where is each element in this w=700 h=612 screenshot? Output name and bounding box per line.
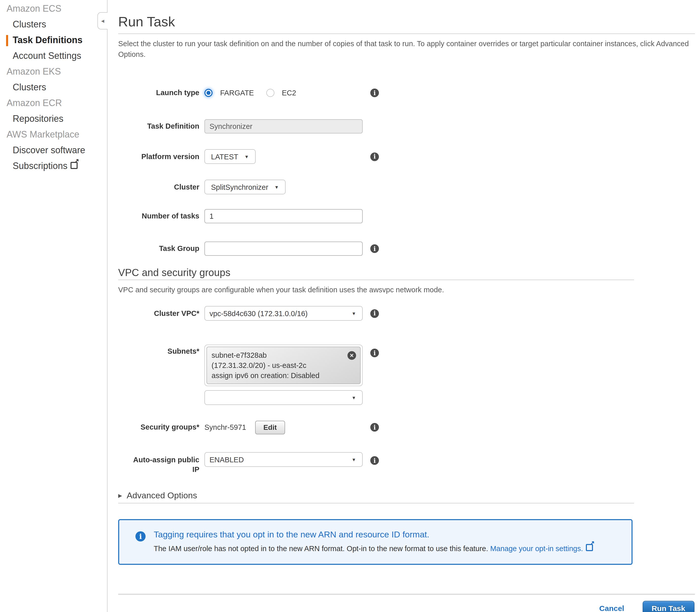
security-groups-label: Security groups* [118,422,199,432]
external-link-icon [586,544,593,551]
sidebar-item-label: Clusters [13,19,46,29]
cluster-vpc-value: vpc-58d4c630 (172.31.0.0/16) [210,309,308,317]
advanced-options-label: Advanced Options [127,490,197,501]
fargate-radio[interactable] [204,89,213,97]
sidebar-item-subscriptions[interactable]: Subscriptions [0,158,107,174]
advanced-options-toggle[interactable]: ▶ Advanced Options [118,490,695,501]
vpc-section-title: VPC and security groups [118,267,695,279]
alert-body: The IAM user/role has not opted in to th… [154,543,622,554]
sidebar-item-task-definitions[interactable]: Task Definitions [0,32,107,48]
subnet-chip: subnet-e7f328ab (172.31.32.0/20) - us-ea… [206,347,361,384]
sidebar-item-label: Account Settings [13,51,81,61]
auto-assign-ip-value: ENABLED [210,456,244,463]
collapse-arrow-icon: ◀ [101,18,104,23]
task-definition-label: Task Definition [118,122,199,131]
subnets-label: Subnets* [118,347,199,356]
platform-version-row: Platform version LATEST ▼ i [118,149,695,164]
platform-version-value: LATEST [211,153,238,161]
page-title: Run Task [118,14,695,30]
expand-arrow-icon: ▶ [118,490,122,501]
sidebar-item-label: Repositories [13,114,63,124]
edit-security-groups-button[interactable]: Edit [255,420,285,434]
run-task-form: Launch type FARGATE EC2 i Task Definitio… [118,86,695,612]
launch-type-radio-group: FARGATE EC2 [204,89,309,97]
number-of-tasks-label: Number of tasks [118,211,199,221]
alert-info-icon: i [135,531,146,541]
caret-down-icon: ▼ [274,184,279,190]
page: Amazon ECS Clusters Task Definitions Acc… [0,0,700,612]
alert-title: Tagging requires that you opt in to the … [154,529,622,540]
task-definition-row: Task Definition [118,119,695,134]
security-groups-row: Security groups* Synchr-5971 Edit i [118,420,695,434]
security-groups-info-icon[interactable]: i [370,423,379,432]
run-task-button[interactable]: Run Task [642,601,695,612]
sidebar-item-label: Clusters [13,82,46,92]
sidebar-section-aws-marketplace: AWS Marketplace [0,127,107,143]
platform-version-select[interactable]: LATEST ▼ [204,149,255,164]
vpc-section-subtitle: VPC and security groups are configurable… [118,285,695,295]
sidebar-item-account-settings[interactable]: Account Settings [0,48,107,64]
launch-type-info-icon[interactable]: i [370,88,379,97]
ec2-radio[interactable] [266,89,274,97]
subnets-selected-list: subnet-e7f328ab (172.31.32.0/20) - us-ea… [204,345,363,386]
subnets-info-icon[interactable]: i [370,349,379,357]
subnet-chip-line: subnet-e7f328ab [212,350,344,360]
title-divider [118,33,695,34]
cluster-label: Cluster [118,182,199,192]
sidebar-section-amazon-ecs: Amazon ECS [0,1,107,17]
manage-opt-in-link-label: Manage your opt-in settings. [490,544,583,553]
footer-actions: Cancel Run Task [118,601,695,612]
sidebar-collapse-button[interactable]: ◀ [97,12,108,29]
sidebar-item-eks-clusters[interactable]: Clusters [0,80,107,95]
subnet-chip-line: assign ipv6 on creation: Disabled [212,371,344,380]
subnets-row: Subnets* subnet-e7f328ab (172.31.32.0/20… [118,345,695,405]
task-group-info-icon[interactable]: i [370,244,379,253]
platform-version-info-icon[interactable]: i [370,152,379,161]
launch-type-row: Launch type FARGATE EC2 i [118,86,695,100]
subnet-chip-line: (172.31.32.0/20) - us-east-2c [212,360,344,371]
task-definition-input[interactable] [204,119,363,134]
cluster-row: Cluster SplitSynchronizer ▼ [118,180,695,194]
cluster-vpc-row: Cluster VPC* vpc-58d4c630 (172.31.0.0/16… [118,306,695,321]
sidebar-item-discover-software[interactable]: Discover software [0,143,107,158]
sidebar-item-label: Subscriptions [13,161,68,171]
manage-opt-in-link[interactable]: Manage your opt-in settings. [490,544,593,553]
fargate-radio-label: FARGATE [220,89,254,97]
sidebar-item-ecs-clusters[interactable]: Clusters [0,17,107,32]
task-group-input[interactable] [204,241,363,256]
page-description: Select the cluster to run your task defi… [118,39,692,59]
vpc-section-divider [118,280,634,280]
sidebar-section-amazon-ecr: Amazon ECR [0,95,107,111]
subnets-control: subnet-e7f328ab (172.31.32.0/20) - us-ea… [204,345,363,405]
cluster-vpc-info-icon[interactable]: i [370,309,379,318]
advanced-options-divider [118,503,634,503]
sidebar-item-repositories[interactable]: Repositories [0,111,107,127]
main-content: Run Task Select the cluster to run your … [108,0,700,612]
caret-down-icon: ▼ [352,311,356,316]
remove-subnet-icon[interactable]: ✕ [347,351,356,360]
sidebar-item-label: Task Definitions [13,35,83,45]
launch-type-label: Launch type [118,88,199,98]
sidebar-item-label: Discover software [13,145,85,155]
cluster-select[interactable]: SplitSynchronizer ▼ [204,180,286,194]
auto-assign-ip-select[interactable]: ENABLED ▼ [204,452,363,467]
task-group-label: Task Group [118,244,199,253]
cancel-button[interactable]: Cancel [599,603,624,612]
caret-down-icon: ▼ [352,395,356,400]
platform-version-label: Platform version [118,152,199,162]
number-of-tasks-input[interactable] [204,209,363,223]
cluster-vpc-label: Cluster VPC* [118,308,199,318]
auto-assign-ip-label: Auto-assign public IP [118,455,199,474]
auto-assign-ip-row: Auto-assign public IP ENABLED ▼ i [118,452,695,467]
external-link-icon [71,162,77,169]
caret-down-icon: ▼ [352,457,356,462]
cluster-vpc-select[interactable]: vpc-58d4c630 (172.31.0.0/16) ▼ [204,306,363,321]
cluster-value: SplitSynchronizer [211,183,268,191]
sidebar-section-amazon-eks: Amazon EKS [0,64,107,80]
number-of-tasks-row: Number of tasks [118,209,695,223]
subnets-select[interactable]: ▼ [204,390,363,405]
task-group-row: Task Group i [118,241,695,256]
auto-assign-ip-info-icon[interactable]: i [370,456,379,465]
tagging-alert: i Tagging requires that you opt in to th… [118,519,632,565]
footer-divider [118,594,695,595]
